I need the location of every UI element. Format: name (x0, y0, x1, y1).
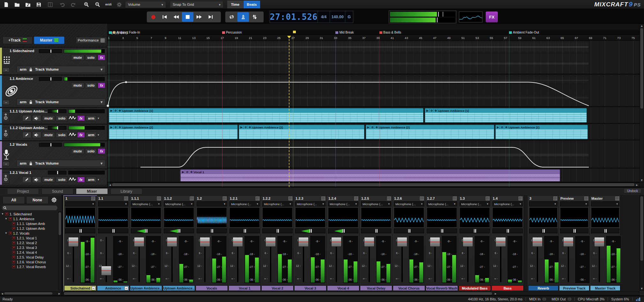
monitor-speaker-icon[interactable] (32, 115, 41, 121)
mute-button[interactable]: mute (42, 177, 55, 182)
fx-button[interactable]: fx (98, 148, 105, 154)
clip-body[interactable] (109, 113, 423, 122)
tree-caret-icon[interactable]: ▼ (5, 232, 7, 235)
clip-loop-icon[interactable]: ⊘ (371, 126, 374, 129)
clip-header[interactable]: ▶⊘⊕Uptown Ambience (2) (109, 125, 237, 129)
remove-icon[interactable]: ✕ (12, 222, 15, 225)
sidebar-search-input[interactable] (2, 205, 57, 210)
strip-fx-grid-icon[interactable] (91, 197, 95, 200)
arm-button[interactable]: arm (20, 161, 26, 165)
volume-fader[interactable] (563, 237, 573, 247)
strip-input-dropdown[interactable]: Microphone (...▾ (492, 201, 523, 206)
volume-fader[interactable] (331, 237, 341, 247)
automation-icon[interactable] (69, 177, 76, 182)
timeline-marker[interactable]: Bass & Bells (379, 31, 401, 34)
track-header-1.2[interactable]: 1.2 Vocalsmutesolofx−armTrack Volume▾ (0, 141, 107, 168)
audio-clip[interactable]: ▶⊘⊕Uptown Ambience (2) (239, 125, 364, 139)
timeline-marker[interactable]: Percussion (222, 31, 242, 34)
metronome-icon[interactable] (237, 12, 249, 22)
tree-item[interactable]: ✕1.2.3. Vocal 3 (1, 245, 58, 250)
audio-clip[interactable]: ▶⊘⊕Uptown Ambience (1) (425, 108, 587, 123)
strip-name-tag[interactable]: Vocal 4 (327, 285, 359, 291)
strip-input-dropdown[interactable]: Microphone (...▾ (131, 201, 161, 206)
strip-name-tag[interactable]: Uptown Ambience.. (163, 285, 195, 291)
strip-pan-slider[interactable] (361, 228, 391, 233)
automation-bar[interactable]: armTrack Volume▾ (17, 66, 106, 73)
fx-button[interactable]: fx (77, 132, 85, 138)
pencil-icon[interactable] (22, 132, 31, 138)
remove-icon[interactable]: ✕ (9, 217, 12, 221)
audio-clip[interactable]: ▶⊘⊕Uptown Ambience (2) (109, 125, 238, 139)
timeline-marker[interactable]: Mid Break (335, 31, 354, 34)
strip-fx-grid-icon[interactable] (223, 197, 227, 200)
track-header-1.1[interactable]: 1.1 Ambiencemutesolofx−armTrack Volume▾ (0, 75, 107, 107)
zoom-in-icon[interactable] (81, 1, 91, 8)
track-pan-slider[interactable] (39, 143, 62, 147)
strip-pan-slider[interactable] (328, 228, 358, 233)
clip-add-icon[interactable]: ⊕ (190, 170, 193, 174)
strip-name-tag[interactable]: Vocal Reverb Wash (426, 285, 458, 291)
volume-fader[interactable] (397, 237, 407, 247)
mixer-strip-1.2.7[interactable]: 1.2.7Microphone (...▾0 -6 -12 -∞ --9 --1… (425, 196, 458, 291)
midi-out-label[interactable]: MIDI Out (552, 297, 566, 301)
performance-panel-button[interactable]: Performance (76, 37, 107, 44)
volume-fader[interactable] (101, 266, 111, 275)
volume-fader[interactable] (266, 237, 276, 247)
clip-add-icon[interactable]: ⊕ (248, 126, 252, 129)
volume-fader[interactable] (68, 237, 79, 247)
clip-loop-icon[interactable]: ⊘ (114, 126, 118, 129)
timeline-marker[interactable]: Ambient Fade-Out (509, 31, 539, 34)
remove-icon[interactable]: ✕ (12, 260, 15, 264)
strip-fx-grid-icon[interactable] (553, 197, 557, 200)
automation-icon[interactable] (69, 115, 76, 121)
playhead-triangle-icon[interactable] (287, 36, 291, 38)
arm-button[interactable]: arm (20, 67, 26, 71)
open-project-icon[interactable] (12, 1, 22, 8)
mixer-strip-1.1.1[interactable]: 1.1.1Microphone (...▾0 -6 -12 -∞ --9 --1… (130, 196, 162, 291)
strip-input-dropdown[interactable]: ▾ (197, 201, 227, 206)
strip-pan-slider[interactable] (460, 228, 490, 233)
strip-name-tag[interactable]: Preview Track (559, 285, 589, 291)
strip-input-dropdown[interactable]: ▾ (65, 201, 95, 206)
playhead[interactable] (289, 36, 289, 187)
track-name[interactable]: 1.2.1 Vocal 1 (10, 171, 31, 174)
strip-pan-slider[interactable] (394, 228, 424, 233)
automation-param[interactable]: Track Volume (35, 67, 59, 71)
clip-add-icon[interactable]: ⊕ (118, 109, 122, 112)
remove-icon[interactable]: ✕ (12, 251, 15, 254)
track-pan-slider[interactable] (48, 171, 66, 174)
clip-header[interactable]: ▶⊘⊕Uptown Ambience (2) (239, 125, 364, 129)
volume-fader[interactable] (430, 237, 440, 247)
strip-name-tag[interactable]: Ambience− (97, 285, 129, 291)
tree-item[interactable]: ✕1.2.4. Vocal 4 (1, 250, 58, 255)
pencil-icon[interactable] (22, 176, 31, 183)
snap-dropdown[interactable]: Snap To Grid▾ (170, 1, 223, 8)
tree-item[interactable]: ▼✕1. Sidechained (1, 212, 58, 216)
strip-input-dropdown[interactable]: Microphone (...▾ (164, 201, 194, 206)
automation-param[interactable]: Track Volume (35, 161, 59, 165)
strip-pan-slider[interactable] (229, 228, 260, 233)
undock-button[interactable]: Undock (624, 188, 641, 193)
strip-fx-grid-icon[interactable] (288, 197, 292, 200)
tab-library[interactable]: Library (110, 188, 142, 194)
remove-icon[interactable]: ✕ (12, 227, 15, 230)
clip-play-icon[interactable]: ▶ (240, 126, 243, 129)
solo-button[interactable]: solo (56, 115, 68, 121)
marker-row[interactable]: Ambient Fade-InPercussionMid BreakBass &… (108, 30, 640, 36)
go-to-start-button[interactable] (159, 12, 170, 22)
timeline-marker[interactable] (293, 31, 297, 33)
timeline-ruler[interactable]: 1357911131517192123252729313335373941434… (108, 36, 640, 41)
strip-input-dropdown[interactable]: Microphone (...▾ (262, 201, 293, 206)
strip-fx-grid-icon[interactable] (420, 197, 424, 200)
mixer-strip-1.2[interactable]: 1.2▾0 -6 -12 -∞ --9 --18 --27 --36 -Voca… (195, 196, 228, 291)
track-header-1.1.1[interactable]: 1.1.1 Uptown Ambie...mutesolofxarm▾ (0, 107, 107, 123)
strip-fx-grid-icon[interactable] (584, 197, 588, 200)
collapse-track-button[interactable]: − (3, 67, 10, 72)
clip-play-icon[interactable]: ▶ (367, 126, 371, 129)
strip-pan-slider[interactable] (492, 228, 523, 233)
volume-fader[interactable] (167, 237, 177, 247)
clip-header[interactable]: ▶⊘⊕Vocal 1 (181, 170, 560, 174)
strip-fx-grid-icon[interactable] (387, 197, 391, 200)
timeline-horizontal-scrollbar[interactable]: ◄ ► (108, 182, 640, 187)
strip-fx-grid-icon[interactable] (486, 197, 490, 200)
